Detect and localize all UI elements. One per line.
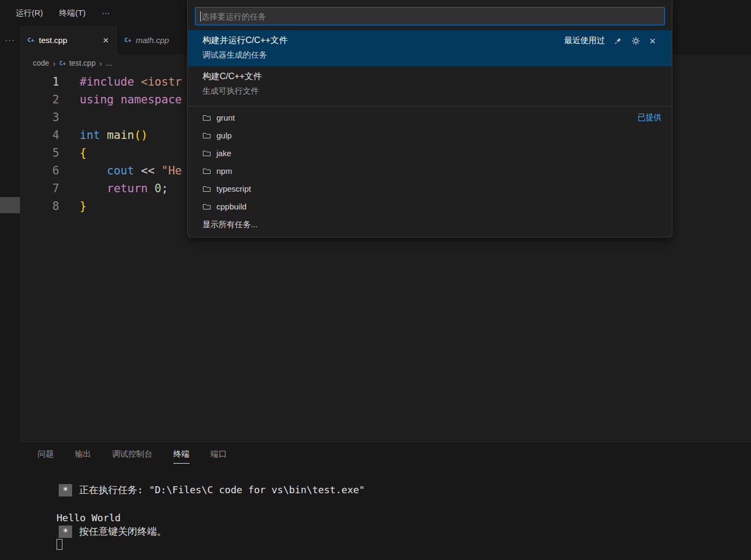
- quickpick-item-title: 构建C/C++文件: [202, 71, 262, 82]
- code-text: #include <iostr: [59, 73, 182, 91]
- folder-icon: [202, 149, 211, 158]
- folder-icon: [202, 131, 211, 140]
- code-text: }: [59, 198, 87, 215]
- terminal[interactable]: * 正在执行任务: "D:\Files\C code for vs\bin\te…: [20, 470, 751, 560]
- provided-badge: 已提供: [637, 113, 662, 123]
- more-actions-icon[interactable]: ···: [0, 36, 20, 45]
- cpp-file-icon: C+: [124, 37, 131, 44]
- separator: [188, 106, 672, 107]
- chevron-right-icon: ›: [99, 59, 102, 68]
- code-text: int main(): [59, 127, 148, 144]
- chevron-right-icon: ›: [53, 59, 55, 68]
- panel-tab[interactable]: 问题: [38, 442, 54, 464]
- line-number: 6: [20, 162, 59, 180]
- menu-item[interactable]: 终端(T): [51, 0, 94, 26]
- quickpick-item-description: 调试器生成的任务: [202, 50, 656, 60]
- bottom-panel: 问题输出调试控制台终端端口 * 正在执行任务: "D:\Files\C code…: [20, 442, 751, 560]
- quickpick-item-recent[interactable]: 构建并运行C/C++文件 最近使用过 × 调试器生成的任务: [188, 30, 672, 66]
- task-label: grunt: [216, 113, 235, 122]
- quickpick-task-item[interactable]: typescript: [188, 180, 672, 198]
- close-icon[interactable]: ×: [649, 37, 656, 45]
- terminal-output-line: Hello World: [57, 512, 121, 523]
- terminal-output-text: Hello World: [57, 512, 121, 523]
- vscode-window: 运行(R)终端(T)··· ··· C+test.cpp×C+math.cpp …: [0, 0, 751, 560]
- editor-tab[interactable]: C+test.cpp×: [20, 26, 117, 54]
- task-label: npm: [216, 166, 232, 176]
- folder-icon: [202, 185, 211, 193]
- code-text: using namespace: [59, 91, 182, 109]
- quickpick-item-title: 构建并运行C/C++文件: [202, 35, 287, 46]
- panel-tab[interactable]: 输出: [75, 442, 91, 464]
- quickpick-task-list: grunt已提供gulpjakenpmtypescriptcppbuild: [188, 109, 672, 215]
- folder-icon: [202, 202, 211, 211]
- recently-used-badge: 最近使用过: [564, 36, 605, 46]
- quickpick-task-item[interactable]: jake: [188, 144, 672, 162]
- breadcrumb-file[interactable]: C+ test.cpp: [59, 59, 95, 67]
- panel-tab[interactable]: 调试控制台: [112, 442, 152, 464]
- breadcrumb-folder[interactable]: code: [33, 59, 49, 67]
- panel-tab[interactable]: 终端: [173, 442, 189, 464]
- cpp-file-icon: C+: [27, 37, 34, 44]
- line-number: 3: [20, 109, 59, 127]
- terminal-cursor: [57, 539, 62, 550]
- quickpick-task-item[interactable]: grunt已提供: [188, 109, 672, 127]
- quickpick-item-configured[interactable]: 构建C/C++文件 生成可执行文件: [188, 66, 672, 102]
- breadcrumb-symbol[interactable]: ...: [106, 59, 112, 67]
- editor-tab[interactable]: C+math.cpp: [117, 26, 198, 54]
- code-text: {: [59, 144, 87, 162]
- quickpick-item-description: 生成可执行文件: [202, 86, 656, 96]
- task-label: typescript: [216, 184, 251, 193]
- line-number: 2: [20, 91, 59, 109]
- line-number: 4: [20, 127, 59, 144]
- code-text: [59, 109, 80, 127]
- panel-tab[interactable]: 端口: [210, 442, 227, 464]
- menu-item[interactable]: 运行(R): [8, 0, 51, 26]
- quickpick-task-item[interactable]: cppbuild: [188, 198, 672, 215]
- terminal-exec-line: * 正在执行任务: "D:\Files\C code for vs\bin\te…: [59, 484, 365, 496]
- task-label: gulp: [216, 131, 231, 140]
- quickpick-task-item[interactable]: npm: [188, 162, 672, 180]
- task-label: jake: [216, 149, 231, 158]
- quickpick-input[interactable]: [201, 12, 664, 21]
- folder-icon: [202, 167, 211, 176]
- terminal-exit-line: * 按任意键关闭终端。: [59, 525, 166, 538]
- code-text: cout << "He: [59, 162, 182, 180]
- breadcrumb-file-label: test.cpp: [69, 59, 95, 67]
- activity-bar: ···: [0, 26, 20, 560]
- terminal-exec-text: 正在执行任务: "D:\Files\C code for vs\bin\test…: [79, 484, 365, 496]
- task-quickpick: 构建并运行C/C++文件 最近使用过 × 调试器生成的任务 构建C/C++文件: [187, 0, 672, 237]
- tab-close-button[interactable]: ×: [103, 35, 109, 45]
- task-exit-badge: *: [59, 526, 72, 538]
- menu-item[interactable]: ···: [94, 0, 118, 26]
- task-running-badge: *: [59, 484, 72, 496]
- line-number: 7: [20, 180, 59, 198]
- terminal-exit-text: 按任意键关闭终端。: [79, 525, 166, 538]
- show-all-tasks-item[interactable]: 显示所有任务...: [188, 215, 672, 233]
- line-number: 8: [20, 198, 59, 215]
- activity-indicator: [0, 197, 20, 213]
- cpp-file-icon: C+: [59, 60, 66, 66]
- line-number: 1: [20, 73, 59, 91]
- tab-label: math.cpp: [136, 36, 169, 45]
- line-number: 5: [20, 144, 59, 162]
- tab-label: test.cpp: [39, 36, 67, 45]
- gear-icon[interactable]: [631, 37, 640, 45]
- code-text: return 0;: [59, 180, 168, 198]
- panel-tab-bar: 问题输出调试控制台终端端口: [20, 442, 751, 467]
- quickpick-input-wrap: [195, 7, 665, 25]
- folder-icon: [202, 114, 211, 122]
- pin-icon[interactable]: [614, 37, 622, 45]
- quickpick-task-item[interactable]: gulp: [188, 127, 672, 144]
- task-label: cppbuild: [216, 202, 247, 211]
